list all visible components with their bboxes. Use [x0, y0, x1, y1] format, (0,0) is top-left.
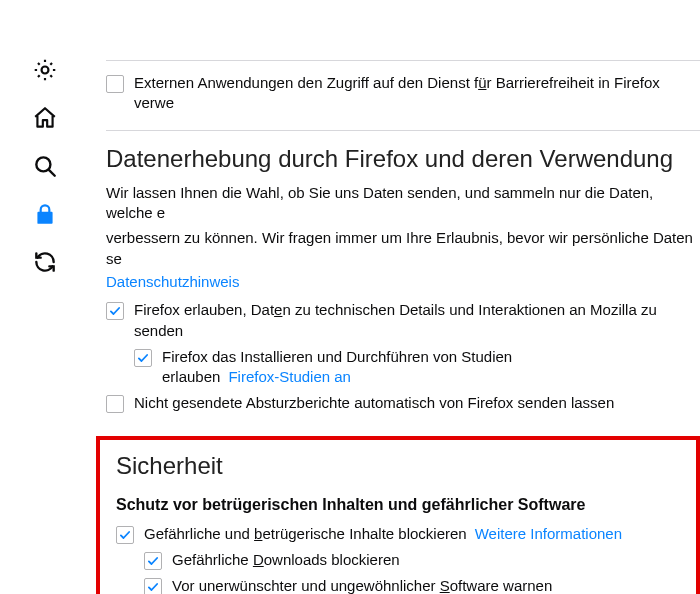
label-accessibility-external-apps: Externen Anwendungen den Zugriff auf den… — [134, 73, 700, 114]
checkbox-studies[interactable] — [134, 349, 152, 367]
sidebar-item-search[interactable] — [29, 151, 61, 183]
gear-icon — [32, 57, 58, 86]
checkbox-block-downloads[interactable] — [144, 552, 162, 570]
sidebar-item-sync[interactable] — [29, 247, 61, 279]
link-more-info[interactable]: Weitere Informationen — [475, 525, 622, 542]
heading-security: Sicherheit — [116, 452, 680, 480]
label-warn-unwanted: Vor unerwünschter und ungewöhnlicher Sof… — [172, 576, 552, 594]
label-block-dangerous: Gefährliche und betrügerische Inhalte bl… — [144, 524, 622, 544]
sidebar-item-general[interactable] — [29, 55, 61, 87]
home-icon — [32, 105, 58, 134]
row-accessibility-external-apps: Externen Anwendungen den Zugriff auf den… — [106, 73, 700, 114]
row-block-downloads: Gefährliche Downloads blockieren — [144, 550, 680, 570]
row-studies: Firefox das Installieren und Durchführen… — [134, 347, 700, 388]
svg-point-0 — [42, 66, 49, 73]
label-studies: Firefox das Installieren und Durchführen… — [162, 347, 700, 388]
data-collection-desc-1: Wir lassen Ihnen die Wahl, ob Sie uns Da… — [106, 183, 700, 224]
checkbox-block-dangerous[interactable] — [116, 526, 134, 544]
divider — [106, 130, 700, 131]
label-crash-reports: Nicht gesendete Absturzberichte automati… — [134, 393, 614, 413]
row-warn-unwanted: Vor unerwünschter und ungewöhnlicher Sof… — [144, 576, 680, 594]
divider — [106, 60, 700, 61]
lock-icon — [32, 201, 58, 230]
row-crash-reports: Nicht gesendete Absturzberichte automati… — [106, 393, 700, 413]
sidebar-item-home[interactable] — [29, 103, 61, 135]
link-privacy-notice[interactable]: Datenschutzhinweis — [106, 273, 239, 290]
label-block-downloads: Gefährliche Downloads blockieren — [172, 550, 400, 570]
sync-icon — [32, 249, 58, 278]
security-highlight-box: Sicherheit Schutz vor betrügerischen Inh… — [96, 436, 700, 595]
heading-data-collection: Datenerhebung durch Firefox und deren Ve… — [106, 145, 700, 173]
row-telemetry: Firefox erlauben, Daten zu technischen D… — [106, 300, 700, 341]
link-studies[interactable]: Firefox-Studien an — [228, 368, 351, 385]
checkbox-accessibility-external-apps[interactable] — [106, 75, 124, 93]
label-telemetry: Firefox erlauben, Daten zu technischen D… — [134, 300, 700, 341]
sidebar-item-privacy[interactable] — [29, 199, 61, 231]
checkbox-crash-reports[interactable] — [106, 395, 124, 413]
checkbox-telemetry[interactable] — [106, 302, 124, 320]
search-icon — [32, 153, 58, 182]
sidebar — [0, 0, 90, 594]
checkbox-warn-unwanted[interactable] — [144, 578, 162, 594]
subheading-deceptive: Schutz vor betrügerischen Inhalten und g… — [116, 496, 680, 514]
data-collection-desc-2: verbessern zu können. Wir fragen immer u… — [106, 228, 700, 269]
row-block-dangerous: Gefährliche und betrügerische Inhalte bl… — [116, 524, 680, 544]
content-area: Externen Anwendungen den Zugriff auf den… — [90, 0, 700, 594]
